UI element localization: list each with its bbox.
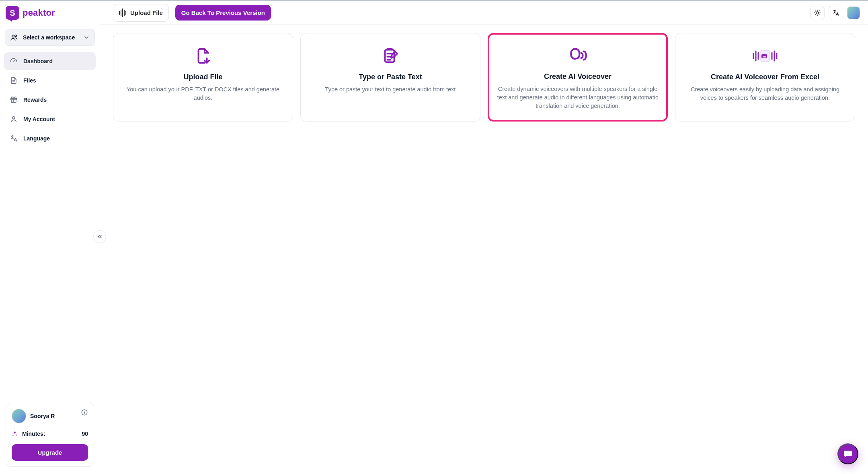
gauge-icon [10,57,18,65]
sidebar-item-label: Language [23,135,50,142]
svg-point-4 [12,117,15,119]
upload-file-button[interactable]: Upload File [113,4,169,22]
sidebar-item-dashboard[interactable]: Dashboard [4,52,96,70]
sidebar: S peaktor Select a workspace Dashboard [0,1,100,474]
main: Upload File Go Back To Previous Version [100,1,868,474]
minutes-label: Minutes: [22,431,45,437]
logo[interactable]: S peaktor [0,1,100,25]
brand-name: peaktor [23,8,55,18]
card-type-paste[interactable]: Type or Paste Text Type or paste your te… [300,33,480,122]
svg-point-1 [15,35,16,37]
upload-file-button-label: Upload File [130,9,163,16]
card-desc: You can upload your PDF, TXT or DOCX fil… [121,85,285,102]
svg-point-6 [816,12,819,14]
info-icon[interactable] [81,409,88,416]
translate-icon [832,9,839,16]
sidebar-nav: Dashboard Files Rewards My Account [0,52,100,148]
go-back-button[interactable]: Go Back To Previous Version [175,5,271,21]
content: Upload File You can upload your PDF, TXT… [100,25,868,474]
collapse-sidebar-button[interactable] [93,230,106,243]
upgrade-button[interactable]: Upgrade [12,444,88,461]
card-desc: Create voiceovers easily by uploading da… [683,85,847,102]
sparkle-icon [12,431,18,437]
user-name: Soorya R [30,413,55,419]
excel-voiceover-icon: Xls [683,46,847,66]
app-root: S peaktor Select a workspace Dashboard [0,0,868,474]
sidebar-item-label: My Account [23,116,55,122]
svg-point-0 [12,35,14,37]
card-ai-voiceover-excel[interactable]: Xls Create AI Voiceover From Excel Creat… [675,33,855,122]
sidebar-item-account[interactable]: My Account [4,110,96,128]
plan-card: Soorya R Minutes: 90 Upgrade [6,403,94,467]
chevron-down-icon [83,34,90,41]
card-desc: Type or paste your text to generate audi… [309,85,472,94]
minutes-value: 90 [82,431,88,437]
chat-icon [843,449,853,459]
sidebar-item-label: Dashboard [23,58,53,64]
card-title: Type or Paste Text [309,73,472,81]
sidebar-item-label: Rewards [23,97,47,103]
svg-text:Xls: Xls [762,56,766,58]
sidebar-item-rewards[interactable]: Rewards [4,91,96,109]
theme-toggle-button[interactable] [810,6,825,20]
topbar-right [810,6,860,20]
cards-grid: Upload File You can upload your PDF, TXT… [113,33,855,122]
paste-text-icon [309,46,472,66]
language-button[interactable] [829,6,843,20]
account-avatar-button[interactable] [847,6,860,19]
go-back-button-label: Go Back To Previous Version [181,9,265,16]
user-icon [10,115,18,123]
users-icon [10,33,18,41]
upload-file-icon [121,46,285,66]
sidebar-item-files[interactable]: Files [4,72,96,89]
card-desc: Create dynamic voiceovers with multiple … [496,85,660,110]
sidebar-item-language[interactable]: Language [4,130,96,147]
chevrons-left-icon [96,233,103,240]
workspace-selector[interactable]: Select a workspace [5,29,95,46]
ai-voiceover-icon [496,46,660,65]
workspace-label: Select a workspace [23,34,75,41]
card-title: Create AI Voiceover From Excel [683,73,847,81]
waveform-icon [119,8,126,17]
card-title: Create AI Voiceover [496,72,660,81]
topbar: Upload File Go Back To Previous Version [100,1,868,25]
file-icon [10,76,18,84]
gift-icon [10,96,18,104]
sidebar-item-label: Files [23,77,36,84]
card-ai-voiceover[interactable]: Create AI Voiceover Create dynamic voice… [488,33,668,122]
sun-icon [814,9,821,16]
card-upload-file[interactable]: Upload File You can upload your PDF, TXT… [113,33,293,122]
translate-icon [10,134,18,142]
card-title: Upload File [121,73,285,81]
avatar[interactable] [12,409,26,423]
logo-mark-icon: S [6,6,19,20]
chat-button[interactable] [837,443,858,464]
